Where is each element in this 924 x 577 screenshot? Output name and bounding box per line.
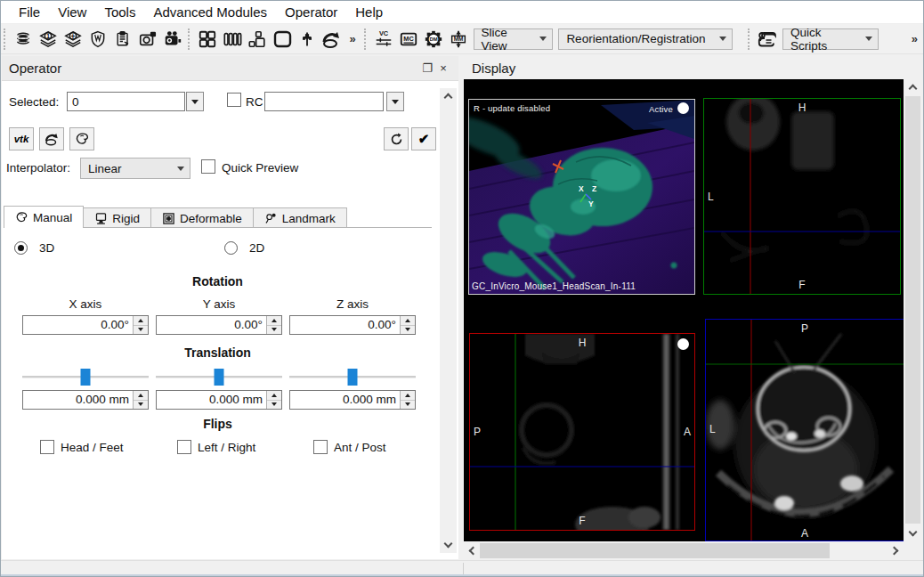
- shield-tools-icon[interactable]: [86, 28, 109, 51]
- layout-single-icon[interactable]: [271, 28, 294, 51]
- rotate-3d-button[interactable]: [39, 127, 64, 150]
- spin-down-button[interactable]: [134, 326, 148, 335]
- spin-down-button[interactable]: [267, 326, 281, 335]
- tab-landmark[interactable]: Landmark: [253, 207, 347, 228]
- screenshot-camera-icon[interactable]: [136, 28, 159, 51]
- sagittal-view-quadrant[interactable]: H P A F: [469, 333, 695, 531]
- translation-z-spinbox[interactable]: 0.000 mm: [289, 390, 416, 410]
- display-canvas[interactable]: X Z Y R - update disabled Active GC_InVi…: [464, 79, 904, 541]
- spin-down-button[interactable]: [401, 326, 415, 335]
- scroll-up-button[interactable]: [440, 88, 457, 104]
- toolbar-overflow-icon[interactable]: »: [906, 32, 923, 45]
- scrollbar-thumb[interactable]: [905, 96, 920, 524]
- float-panel-icon[interactable]: ❐: [419, 61, 435, 77]
- toolbar-drag-handle[interactable]: [4, 28, 8, 50]
- menu-help[interactable]: Help: [346, 2, 392, 22]
- rc-input[interactable]: [264, 92, 384, 111]
- slider-handle[interactable]: [81, 369, 91, 386]
- script-icon[interactable]: [756, 28, 779, 51]
- radio-2d[interactable]: [224, 241, 238, 255]
- scroll-right-button[interactable]: [888, 542, 904, 559]
- scroll-left-button[interactable]: [464, 542, 480, 559]
- close-panel-icon[interactable]: ×: [435, 61, 451, 77]
- translation-y-slider[interactable]: [156, 369, 282, 386]
- menu-tools[interactable]: Tools: [95, 2, 144, 22]
- translation-y-spinbox[interactable]: 0.000 mm: [156, 390, 282, 410]
- rotation-y-spinbox[interactable]: 0.00°: [156, 315, 282, 335]
- radio-3d[interactable]: [14, 241, 28, 255]
- slider-handle[interactable]: [348, 369, 358, 386]
- menu-file[interactable]: File: [10, 2, 49, 22]
- translation-z-slider[interactable]: [289, 369, 416, 386]
- rotation-z-spinbox[interactable]: 0.00°: [289, 315, 416, 335]
- tab-deformable[interactable]: Deformable: [150, 207, 254, 228]
- flip-left-right-checkbox[interactable]: [177, 440, 191, 454]
- toolbar-drag-handle[interactable]: [748, 28, 752, 50]
- menu-view[interactable]: View: [49, 2, 95, 22]
- selected-input[interactable]: [67, 92, 185, 111]
- flip-head-feet-checkbox[interactable]: [40, 440, 54, 454]
- menu-advanced-modules[interactable]: Advanced Modules: [144, 2, 276, 22]
- toolbar-drag-handle[interactable]: [364, 28, 369, 50]
- quick-scripts-combo[interactable]: Quick Scripts: [782, 28, 879, 50]
- interpolator-combo[interactable]: Linear: [80, 158, 190, 179]
- rotation-x-spinbox[interactable]: 0.00°: [22, 315, 149, 335]
- volume-control-icon[interactable]: VC: [372, 28, 395, 51]
- rc-dropdown-button[interactable]: [386, 92, 404, 111]
- layout-grid-icon[interactable]: [196, 28, 219, 51]
- selected-dropdown-button[interactable]: [186, 92, 204, 111]
- active-indicator-dot[interactable]: [677, 102, 689, 114]
- tab-manual[interactable]: Manual: [4, 206, 84, 228]
- spin-up-button[interactable]: [134, 391, 148, 401]
- active-indicator-dot[interactable]: [677, 338, 689, 350]
- dm-gear-icon[interactable]: DM: [422, 28, 445, 51]
- chevron-down-icon: [719, 37, 726, 41]
- operator-scrollbar[interactable]: [440, 88, 457, 553]
- clipboard-report-icon[interactable]: [111, 28, 134, 51]
- operator-mode-combo[interactable]: Reorientation/Registration: [558, 28, 733, 50]
- grab-hand-button[interactable]: [69, 127, 94, 150]
- vtk-button[interactable]: vtk: [9, 127, 34, 150]
- display-horizontal-scrollbar[interactable]: [464, 542, 904, 559]
- spin-up-button[interactable]: [401, 391, 415, 401]
- movie-camera-icon[interactable]: [161, 28, 184, 51]
- toolbar-overflow-icon[interactable]: »: [344, 32, 361, 45]
- slider-handle[interactable]: [215, 369, 224, 386]
- scroll-down-button[interactable]: [440, 537, 457, 553]
- layout-columns-icon[interactable]: [221, 28, 244, 51]
- registration-anchor-icon[interactable]: [296, 28, 319, 51]
- translation-x-spinbox[interactable]: 0.000 mm: [22, 390, 149, 410]
- slice-view-combo[interactable]: Slice View: [474, 28, 554, 50]
- scroll-down-button[interactable]: [904, 525, 921, 541]
- spin-up-button[interactable]: [267, 316, 281, 326]
- scroll-up-button[interactable]: [904, 79, 921, 95]
- toolbar-drag-handle[interactable]: [188, 28, 192, 50]
- add-layer-icon[interactable]: +: [61, 28, 85, 51]
- display-vertical-scrollbar[interactable]: [904, 79, 921, 541]
- mc-module-icon[interactable]: MC: [397, 28, 420, 51]
- translation-x-slider[interactable]: [22, 369, 149, 386]
- mm-measure-icon[interactable]: MM: [447, 28, 470, 51]
- spin-down-button[interactable]: [267, 401, 281, 410]
- rotate-3d-icon[interactable]: [320, 28, 343, 51]
- layout-mixed-icon[interactable]: [246, 28, 269, 51]
- spin-up-button[interactable]: [401, 316, 415, 326]
- coronal-view-quadrant[interactable]: H L F: [703, 98, 901, 295]
- view-3d-quadrant[interactable]: X Z Y R - update disabled Active GC_InVi…: [468, 99, 695, 295]
- rc-checkbox[interactable]: [227, 93, 241, 107]
- quick-preview-checkbox[interactable]: [201, 159, 215, 174]
- spin-down-button[interactable]: [134, 401, 148, 410]
- apply-button[interactable]: ✔: [411, 127, 436, 150]
- spin-down-button[interactable]: [401, 401, 415, 410]
- tab-rigid[interactable]: Rigid: [83, 207, 151, 228]
- scrollbar-thumb[interactable]: [480, 543, 830, 558]
- menu-operator[interactable]: Operator: [276, 2, 346, 22]
- flip-ant-post-checkbox[interactable]: [313, 440, 328, 454]
- operator-titlebar: Operator ❐ ×: [2, 56, 458, 80]
- reset-button[interactable]: [384, 127, 409, 150]
- load-layer-one-icon[interactable]: 1: [36, 28, 60, 51]
- spin-up-button[interactable]: [134, 316, 148, 326]
- data-manager-icon[interactable]: [12, 28, 35, 51]
- spin-up-button[interactable]: [267, 391, 281, 401]
- axial-view-quadrant[interactable]: P L A: [705, 319, 904, 541]
